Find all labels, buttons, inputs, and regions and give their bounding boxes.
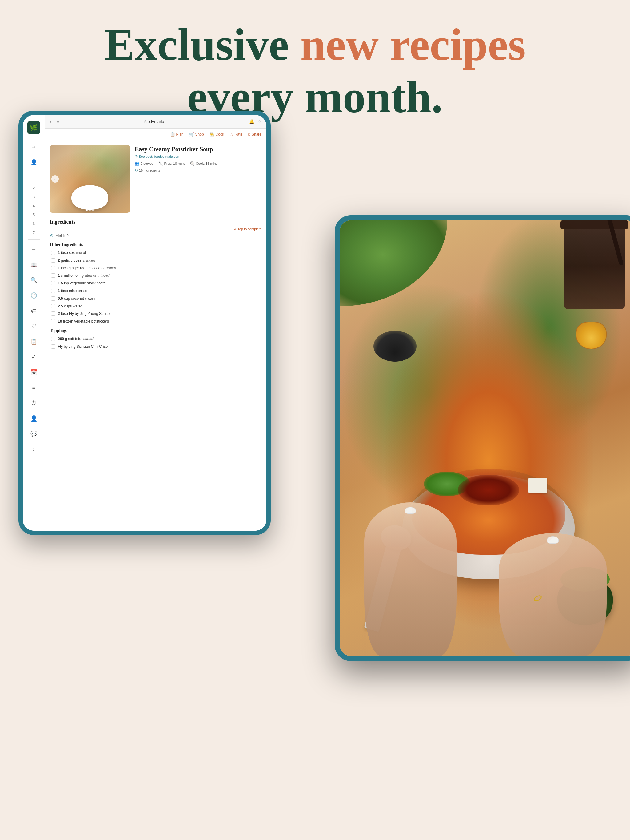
recipe-main: ‹ Easy Creamy Potsticker Soup ⊙ See post… [45,140,266,531]
sidebar-divider-1 [28,172,40,172]
prep-icon: 🔪 [158,161,163,166]
sidebar-arrow-mid[interactable]: → [28,244,40,255]
nail-icon-2 [547,536,559,543]
cook-button[interactable]: 👨‍🍳 Cook [209,132,224,136]
back-button[interactable]: ‹ [50,119,51,125]
ingredient-checkbox[interactable] [51,304,55,308]
ingredient-checkbox[interactable] [51,344,55,349]
ingredient-item: 2.5 cups water [50,304,261,309]
headline-line1: Exclusive new recipes [0,19,630,71]
sidebar-num-3: 3 [33,195,35,199]
sidebar-logo[interactable]: 🌿 [27,121,40,134]
ingredients-count-meta: ↻ 15 ingredients [135,168,261,172]
headline: Exclusive new recipes every month. [0,19,630,123]
prep-meta: 🔪 Prep: 10 mins [158,161,185,166]
dot-3 [92,209,94,211]
recipe-toolbar: 📋 Plan 🛒 Shop 👨‍🍳 Cook ☆ Rate ⎋ Sh [45,128,266,140]
ingredient-checkbox[interactable] [51,273,55,278]
egg-yolk-cup [576,322,606,349]
ingredient-text: 1 inch ginger root, minced or grated [58,266,116,271]
sidebar-profile-icon[interactable]: 👤 [28,413,40,424]
shop-icon: 🛒 [189,132,194,136]
sidebar: 🌿 → 👤 1 2 3 4 5 6 7 → 📖 🔍 🕐 🏷 ♡ 📋 ✓ 📅 ≡ … [23,115,45,531]
ingredient-text: 1.5 tsp vegetable stock paste [58,281,106,286]
ingredient-checkbox[interactable] [51,258,55,262]
browser-heart-icon[interactable]: ♡ [258,119,261,124]
hand-holding-spoon [364,502,456,656]
food-photo [340,220,630,656]
browser-bar: ‹ ≡ food÷maria 🔔 ♡ [45,115,266,128]
tablet-front [335,215,630,661]
sidebar-clipboard-icon[interactable]: 📋 [28,336,40,347]
sidebar-num-2: 2 [33,186,35,190]
ingredient-item: 1 tbsp miso paste [50,288,261,294]
plan-button[interactable]: 📋 Plan [170,132,184,136]
sidebar-tag-icon[interactable]: 🏷 [28,305,40,316]
sidebar-check-icon[interactable]: ✓ [28,351,40,363]
sidebar-num-6: 6 [33,221,35,226]
shop-button[interactable]: 🛒 Shop [189,132,204,136]
yield-icon: ⏱ [50,234,54,238]
tablet-back-content: ‹ ≡ food÷maria 🔔 ♡ 📋 Plan 🛒 Shop [45,115,266,531]
ring-decoration [533,594,543,603]
ingredient-text: 1 tbsp miso paste [58,288,87,294]
sidebar-num-1: 1 [33,177,35,182]
url-bar: food÷maria [64,119,244,124]
ingredient-icon: ↻ [135,168,138,172]
ingredients-title: Ingredients [50,219,261,225]
ingredient-item: 1 tbsp sesame oil [50,250,261,256]
sidebar-chat-icon[interactable]: 💬 [28,428,40,439]
sidebar-arrow-top[interactable]: → [28,141,40,153]
tap-complete[interactable]: ↺ Tap to complete [50,227,261,231]
other-ingredients-title: Other Ingredients [50,242,261,247]
ingredient-checkbox[interactable] [51,297,55,301]
ingredient-checkbox[interactable] [51,281,55,285]
menu-button[interactable]: ≡ [56,119,59,125]
rate-button[interactable]: ☆ Rate [230,132,242,136]
ingredient-item: Fly by Jing Sichuan Chili Crisp [50,344,261,349]
ingredient-checkbox[interactable] [51,266,55,270]
ingredient-checkbox[interactable] [51,319,55,324]
ingredient-item: 200 g soft tofu, cubed [50,336,261,342]
sidebar-menu-icon[interactable]: ≡ [28,382,40,393]
yield-row: ⏱ Yield: 2 [50,234,261,238]
sidebar-num-7: 7 [33,230,35,235]
sidebar-book-icon[interactable]: 📖 [28,259,40,270]
sidebar-num-5: 5 [33,212,35,217]
sidebar-divider-2 [28,239,40,240]
browser-icons: 🔔 ♡ [249,119,261,124]
tofu-cubes [529,478,547,493]
sidebar-calendar-icon[interactable]: 📅 [28,367,40,378]
sidebar-clock-icon[interactable]: 🕐 [28,290,40,301]
recipe-link[interactable]: ⊙ See post: foodbymaria.com [135,154,261,158]
ingredient-checkbox[interactable] [51,289,55,293]
image-dots [86,209,94,211]
ingredient-text: 1 small onion, grated or minced [58,273,109,278]
sidebar-user-icon[interactable]: 👤 [28,157,40,168]
nail-icon [405,507,416,514]
bell-icon[interactable]: 🔔 [249,119,255,124]
ingredient-checkbox[interactable] [51,311,55,316]
ingredient-item: 0.5 cup coconut cream [50,296,261,301]
sidebar-search-icon[interactable]: 🔍 [28,275,40,286]
sidebar-timer-icon[interactable]: ⏱ [28,398,40,409]
ingredient-item: 10 frozen vegetable potstickers [50,319,261,324]
ingredient-checkbox[interactable] [51,251,55,255]
prev-image-button[interactable]: ‹ [51,175,59,183]
tablet-back: 🌿 → 👤 1 2 3 4 5 6 7 → 📖 🔍 🕐 🏷 ♡ 📋 ✓ 📅 ≡ … [19,111,271,535]
recipe-image: ‹ [50,145,130,213]
ingredient-text: 2 garlic cloves, minced [58,258,95,263]
recipe-meta: 👥 2 serves 🔪 Prep: 10 mins 🍳 Cook: 15 mi… [135,161,261,166]
ingredient-text: 200 g soft tofu, cubed [58,336,93,342]
ingredient-item: 1 inch ginger root, minced or grated [50,266,261,271]
dot-2 [89,209,91,211]
share-button[interactable]: ⎋ Share [248,132,261,136]
seeds-bowl [374,331,416,362]
sidebar-num-4: 4 [33,204,35,208]
tablet-front-screen [340,220,630,656]
sidebar-expand-icon[interactable]: › [28,444,40,455]
sidebar-heart-icon[interactable]: ♡ [28,321,40,332]
ingredient-checkbox[interactable] [51,337,55,341]
headline-exclusive: Exclusive [104,19,300,70]
logo-icon: 🌿 [30,124,38,131]
